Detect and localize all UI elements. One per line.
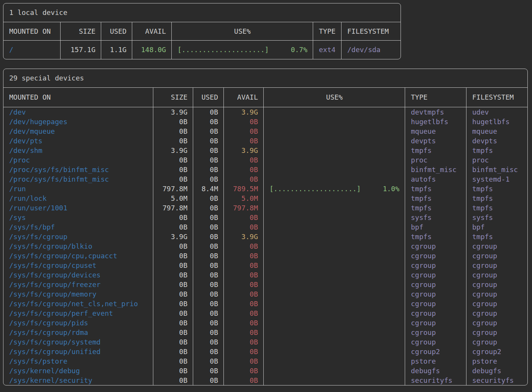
filesystem-cell: debugfs [466,366,528,376]
usage-bar: [....................] [177,41,269,59]
device-row: /sys/fs/cgroup/devices0B0B0Bcgroupcgroup [3,270,527,280]
use-pct-cell [264,241,405,251]
used-cell: 0B [193,155,224,165]
used-cell: 0B [193,241,224,251]
use-pct-cell [264,318,405,328]
size-cell: 0B [153,251,193,261]
mounted-on-cell: /dev/mqueue [3,126,153,136]
used-cell: 0B [193,213,224,222]
avail-cell: 0B [224,280,264,289]
mounted-on-cell: /sys/fs/cgroup/devices [3,270,153,280]
mounted-on-cell: /run/user/1001 [3,203,153,213]
use-pct-cell [264,299,405,308]
device-row: /sys/fs/cgroup/systemd0B0B0Bcgroupcgroup [3,337,527,347]
terminal-screen: { "colors": { "background": "#2b2b2b", "… [0,0,532,392]
filesystem-cell: cgroup [466,270,528,280]
filesystem-cell: cgroup [466,318,528,328]
size-cell: 0B [153,117,193,126]
use-pct-cell [264,117,405,126]
filesystem-cell: pstore [466,356,528,366]
used-cell: 0B [193,251,224,261]
used-cell: 0B [193,356,224,366]
col-header-avail: AVAIL [132,22,172,40]
mounted-on-cell: /sys [3,213,153,222]
avail-cell: 0B [224,126,264,136]
use-pct-cell [264,270,405,280]
type-cell: cgroup [405,289,466,299]
usage-percent: 1.0% [383,184,399,194]
use-pct-cell [264,174,405,184]
size-cell: 0B [153,318,193,328]
use-pct-cell [264,136,405,146]
type-cell: cgroup [405,251,466,261]
device-row: /sys/fs/cgroup/pids0B0B0Bcgroupcgroup [3,318,527,328]
size-cell: 0B [153,136,193,146]
avail-cell: 0B [224,251,264,261]
mounted-on-cell: /dev/pts [3,136,153,146]
used-cell: 0B [193,136,224,146]
device-row: /sys/kernel/debug0B0B0Bdebugfsdebugfs [3,366,527,376]
device-row: /sys/fs/cgroup/blkio0B0B0Bcgroupcgroup [3,241,527,251]
avail-cell: 0B [224,318,264,328]
mounted-on-cell: /sys/fs/cgroup/pids [3,318,153,328]
size-cell: 0B [153,308,193,318]
avail-cell: 0B [224,376,264,385]
size-cell: 0B [153,356,193,366]
filesystem-cell: binfmt_misc [466,165,528,174]
use-pct-cell: [....................]1.0% [264,184,405,194]
avail-cell: 0B [224,328,264,337]
used-cell: 8.4M [193,184,224,194]
col-header-use-pct: USE% [172,22,313,40]
type-cell: mqueue [405,126,466,136]
type-cell: cgroup [405,337,466,347]
size-cell: 797.8M [153,184,193,194]
use-pct-cell [264,347,405,356]
col-header-filesystem: FILESYSTEM [466,88,528,107]
mounted-on-cell: /proc/sys/fs/binfmt_misc [3,165,153,174]
avail-cell: 0B [224,289,264,299]
size-cell: 3.9G [153,146,193,155]
col-header-size: SIZE [153,88,193,107]
use-pct-cell [264,308,405,318]
filesystem-cell: cgroup [466,289,528,299]
avail-cell: 0B [224,366,264,376]
avail-cell: 0B [224,222,264,232]
use-pct-cell [264,328,405,337]
device-row: /proc/sys/fs/binfmt_misc0B0B0Bbinfmt_mis… [3,165,527,174]
device-row: /dev/hugepages0B0B0Bhugetlbfshugetlbfs [3,117,527,126]
mounted-on-cell: /proc [3,155,153,165]
usage-percent: 0.7% [291,41,307,59]
type-cell: autofs [405,174,466,184]
filesystem-cell: cgroup [466,280,528,289]
mounted-on-cell: /sys/fs/cgroup [3,232,153,241]
used-cell: 0B [193,126,224,136]
filesystem-cell: cgroup2 [466,347,528,356]
mounted-on-cell: /sys/fs/cgroup/freezer [3,280,153,289]
size-cell: 3.9G [153,107,193,117]
special-devices-header-row: MOUNTED ON SIZE USED AVAIL USE% TYPE FIL… [3,88,527,107]
local-devices-title: 1 local device [3,3,401,22]
type-cell: tmpfs [405,146,466,155]
used-cell: 1.1G [101,41,132,59]
device-row: /proc/sys/fs/binfmt_misc0B0B0Bautofssyst… [3,174,527,184]
device-row: /dev/pts0B0B0Bdevptsdevpts [3,136,527,146]
avail-cell: 0B [224,261,264,270]
size-cell: 3.9G [153,232,193,241]
use-pct-cell [264,232,405,241]
avail-cell: 0B [224,117,264,126]
avail-cell: 0B [224,270,264,280]
used-cell: 0B [193,107,224,117]
filesystem-cell: mqueue [466,126,528,136]
filesystem-cell: securityfs [466,376,528,385]
device-row: /dev3.9G0B3.9Gdevtmpfsudev [3,107,527,117]
type-cell: cgroup [405,299,466,308]
used-cell: 0B [193,328,224,337]
filesystem-cell: cgroup [466,308,528,318]
size-cell: 797.8M [153,203,193,213]
type-cell: cgroup [405,270,466,280]
size-cell: 0B [153,270,193,280]
filesystem-cell: hugetlbfs [466,117,528,126]
usage-bar: [....................] [269,184,361,194]
filesystem-cell: cgroup [466,337,528,347]
type-cell: cgroup [405,328,466,337]
